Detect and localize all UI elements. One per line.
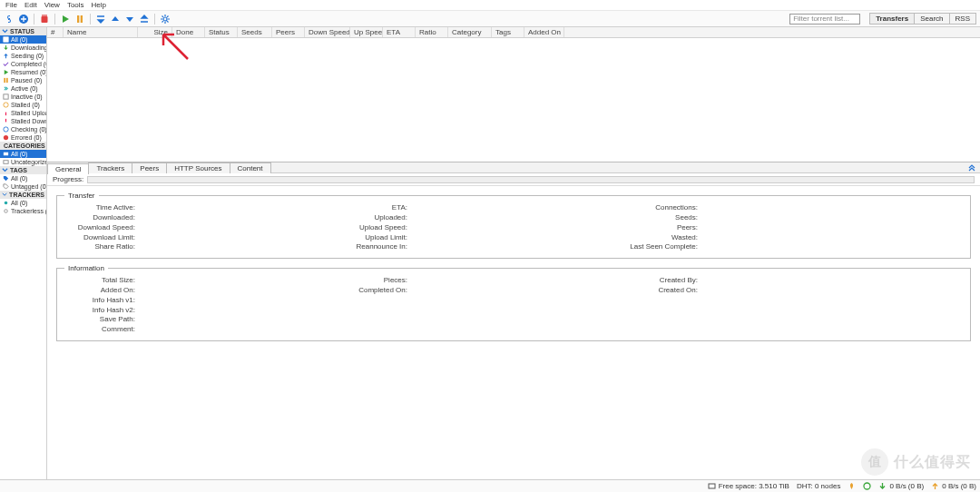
menu-tools[interactable]: Tools	[67, 1, 84, 9]
menu-help[interactable]: Help	[92, 1, 106, 9]
toolbar: Filter torrent list... Transfers Search …	[0, 11, 980, 27]
separator	[90, 14, 91, 25]
disk-icon	[708, 482, 716, 490]
progress-label: Progress:	[53, 175, 83, 183]
menu-file[interactable]: File	[5, 1, 17, 9]
col-ratio[interactable]: Ratio	[416, 27, 448, 37]
col-down[interactable]: Down Speed	[305, 27, 350, 37]
col-tags[interactable]: Tags	[492, 27, 524, 37]
sidebar-categories-all[interactable]: All (0)	[0, 150, 46, 158]
tab-search[interactable]: Search	[915, 13, 949, 25]
sidebar-status-stalled-up[interactable]: Stalled Uploading (0)	[0, 109, 46, 117]
move-down-button[interactable]	[124, 14, 135, 25]
sidebar-status-completed[interactable]: Completed (0)	[0, 60, 46, 68]
col-done[interactable]: Done	[172, 27, 205, 37]
sidebar-trackers-none[interactable]: Trackerless (0)	[0, 207, 46, 215]
svg-rect-7	[6, 78, 8, 83]
svg-point-4	[163, 17, 167, 21]
status-altspeed-icon[interactable]	[863, 482, 871, 490]
transfer-legend: Transfer	[64, 192, 99, 200]
svg-rect-12	[4, 153, 8, 156]
status-down-speed: 0 B/s (0 B)	[878, 482, 924, 490]
svg-point-9	[4, 103, 8, 107]
sidebar-status-header[interactable]: STATUS	[0, 27, 46, 35]
add-torrent-button[interactable]	[18, 14, 29, 25]
sidebar-categories-header[interactable]: CATEGORIES	[0, 142, 46, 150]
menu-edit[interactable]: Edit	[24, 1, 37, 9]
menu-view[interactable]: View	[44, 1, 60, 9]
separator	[34, 14, 34, 25]
svg-point-15	[5, 210, 8, 213]
detail-tab-content[interactable]: Content	[230, 162, 271, 173]
add-link-button[interactable]	[4, 14, 15, 25]
col-name[interactable]: Name	[64, 27, 138, 37]
col-peers[interactable]: Peers	[272, 27, 305, 37]
delete-button[interactable]	[39, 14, 50, 25]
move-up-button[interactable]	[110, 14, 121, 25]
settings-button[interactable]	[160, 14, 171, 25]
progress-bar	[87, 176, 975, 183]
col-up[interactable]: Up Speed	[350, 27, 383, 37]
table-header: # Name Size Done Status Seeds Peers Down…	[47, 27, 980, 38]
svg-rect-1	[42, 16, 48, 23]
menu-bar: File Edit View Tools Help	[0, 0, 980, 11]
separator	[154, 14, 155, 25]
sidebar-status-errored[interactable]: Errored (0)	[0, 133, 46, 142]
upload-icon	[931, 482, 939, 490]
download-icon	[878, 482, 887, 490]
svg-rect-13	[4, 161, 8, 164]
col-seeds[interactable]: Seeds	[238, 27, 272, 37]
sidebar-tags-header[interactable]: TAGS	[0, 166, 46, 174]
svg-rect-5	[4, 37, 8, 42]
sidebar-status-stalled[interactable]: Stalled (0)	[0, 101, 46, 109]
expand-icon[interactable]	[967, 163, 976, 172]
col-cat[interactable]: Category	[448, 27, 492, 37]
col-size[interactable]: Size	[138, 27, 172, 37]
move-top-button[interactable]	[95, 14, 106, 25]
sidebar-status-resumed[interactable]: Resumed (0)	[0, 68, 46, 76]
pause-button[interactable]	[74, 14, 85, 25]
status-dht: DHT: 0 nodes	[797, 482, 840, 490]
detail-panel: General Trackers Peers HTTP Sources Cont…	[47, 162, 980, 356]
status-free-space: Free space: 3.510 TiB	[708, 482, 789, 490]
sidebar-trackers-all[interactable]: All (0)	[0, 199, 46, 207]
sidebar-status-paused[interactable]: Paused (0)	[0, 76, 46, 84]
detail-tab-peers[interactable]: Peers	[132, 162, 167, 173]
svg-point-11	[4, 135, 8, 140]
right-tabs: Transfers Search RSS	[869, 13, 976, 25]
svg-point-14	[5, 202, 8, 205]
sidebar-status-all[interactable]: All (0)	[0, 35, 46, 44]
status-bar: Free space: 3.510 TiB DHT: 0 nodes 0 B/s…	[0, 479, 980, 492]
sidebar-trackers-header[interactable]: TRACKERS	[0, 191, 46, 199]
resume-button[interactable]	[60, 14, 71, 25]
sidebar-status-active[interactable]: Active (0)	[0, 84, 46, 93]
info-fieldset: Information Total Size:Pieces:Created By…	[56, 264, 971, 341]
col-status[interactable]: Status	[205, 27, 238, 37]
tab-rss[interactable]: RSS	[950, 13, 976, 25]
torrent-list[interactable]	[47, 38, 980, 162]
svg-rect-16	[709, 484, 715, 488]
tab-transfers[interactable]: Transfers	[869, 13, 915, 25]
status-up-speed: 0 B/s (0 B)	[931, 482, 976, 490]
sidebar-status-downloading[interactable]: Downloading (0)	[0, 44, 46, 52]
col-eta[interactable]: ETA	[383, 27, 416, 37]
move-bottom-button[interactable]	[139, 14, 150, 25]
sidebar-categories-uncat[interactable]: Uncategorized (0)	[0, 158, 46, 166]
detail-tab-trackers[interactable]: Trackers	[88, 162, 132, 173]
svg-rect-8	[4, 94, 8, 99]
detail-tab-general[interactable]: General	[47, 163, 89, 174]
sidebar-status-seeding[interactable]: Seeding (0)	[0, 52, 46, 60]
svg-rect-3	[81, 15, 83, 23]
sidebar-tags-untagged[interactable]: Untagged (0)	[0, 182, 46, 191]
search-input[interactable]: Filter torrent list...	[789, 14, 860, 25]
sidebar-status-checking[interactable]: Checking (0)	[0, 125, 46, 133]
col-added[interactable]: Added On	[524, 27, 564, 37]
sidebar-status-stalled-dn[interactable]: Stalled Downloading (0)	[0, 117, 46, 125]
transfer-fieldset: Transfer Time Active:ETA:Connections: Do…	[56, 192, 971, 259]
svg-rect-2	[77, 15, 79, 23]
col-num[interactable]: #	[47, 27, 64, 37]
detail-tab-http[interactable]: HTTP Sources	[166, 162, 230, 173]
svg-rect-6	[4, 78, 5, 83]
sidebar-tags-all[interactable]: All (0)	[0, 174, 46, 182]
sidebar-status-inactive[interactable]: Inactive (0)	[0, 93, 46, 101]
